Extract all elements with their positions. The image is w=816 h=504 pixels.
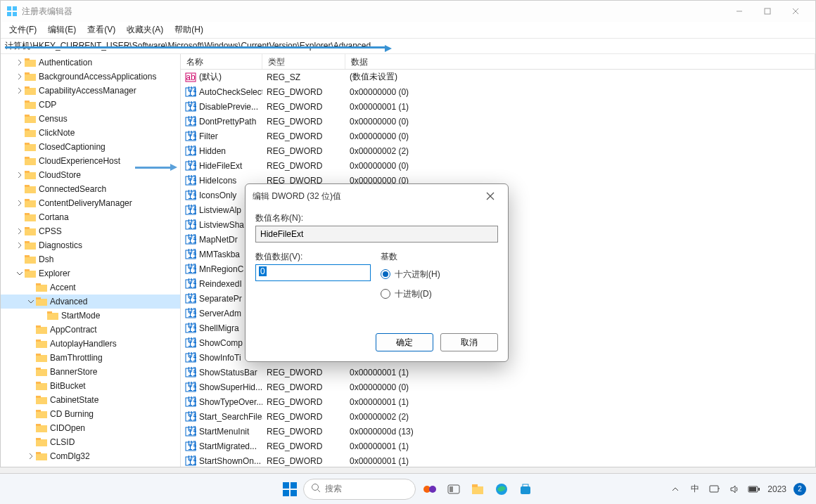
chevron-right-icon[interactable] (15, 198, 25, 208)
address-bar[interactable]: 计算机\HKEY_CURRENT_USER\Software\Microsoft… (1, 39, 815, 54)
list-row[interactable]: 011110Start_SearchFilesREG_DWORD0x000000… (181, 409, 815, 424)
column-name[interactable]: 名称 (181, 54, 262, 69)
tree-item[interactable]: Census (1, 112, 180, 126)
volume-icon[interactable] (728, 483, 741, 496)
tree-item[interactable]: BitBucket (1, 379, 180, 393)
battery-icon[interactable] (748, 483, 760, 496)
tree-item[interactable]: AppContract (1, 323, 180, 337)
tree-item[interactable]: Explorer (1, 266, 180, 280)
chevron-right-icon[interactable] (15, 58, 25, 67)
menu-item[interactable]: 文件(F) (4, 22, 42, 37)
tree-item[interactable]: CIDOpen (1, 421, 180, 435)
tree-item[interactable]: CDP (1, 98, 180, 112)
tree-item[interactable]: BackgroundAccessApplications (1, 70, 180, 84)
svg-text:110: 110 (188, 457, 196, 467)
network-icon[interactable] (708, 483, 721, 496)
cancel-button[interactable]: 取消 (440, 333, 498, 351)
reg-dword-icon: 011110 (185, 396, 196, 408)
list-row[interactable]: 011110AutoCheckSelectREG_DWORD0x00000000… (181, 84, 815, 99)
chevron-right-icon[interactable] (15, 72, 25, 82)
chevron-down-icon[interactable] (15, 269, 25, 278)
start-button[interactable] (281, 480, 299, 498)
tray-chevron-icon[interactable] (669, 483, 682, 496)
tree-item[interactable]: BannerStore (1, 365, 180, 379)
svg-rect-62 (36, 439, 47, 446)
value-data-input[interactable]: 0 (255, 264, 371, 281)
chevron-right-icon[interactable] (15, 240, 25, 250)
tree-item[interactable]: CabinetState (1, 393, 180, 407)
svg-rect-49 (36, 340, 41, 342)
taskbar-app-taskview[interactable] (444, 479, 464, 499)
chevron-right-icon[interactable] (26, 451, 36, 461)
taskbar-app-edge[interactable] (492, 479, 511, 499)
list-row[interactable]: 011110StartShownOn...REG_DWORD0x00000001… (181, 453, 815, 467)
maximize-button[interactable] (753, 1, 782, 22)
taskbar-app-explorer[interactable] (468, 479, 487, 499)
tree-item[interactable]: Diagnostics (1, 238, 180, 252)
svg-rect-54 (36, 383, 47, 390)
value-name-input[interactable] (255, 226, 498, 243)
tree-item[interactable]: CLSID (1, 435, 180, 449)
tree-item[interactable]: CD Burning (1, 407, 180, 421)
list-row[interactable]: 011110StartMenuInitREG_DWORD0x0000000d (… (181, 424, 815, 439)
taskbar-search[interactable]: 搜索 (303, 479, 416, 500)
column-data[interactable]: 数据 (345, 54, 815, 69)
folder-icon (36, 395, 47, 405)
svg-rect-17 (25, 115, 30, 117)
menu-item[interactable]: 收藏夹(A) (121, 22, 169, 37)
tree-item[interactable]: ConnectedSearch (1, 182, 180, 196)
taskbar-app-store[interactable] (516, 479, 535, 499)
chevron-right-icon[interactable] (15, 226, 25, 236)
list-row[interactable]: 011110DisablePrevie...REG_DWORD0x0000000… (181, 99, 815, 114)
list-row[interactable]: 011110ShowTypeOver...REG_DWORD0x00000001… (181, 394, 815, 409)
close-button[interactable] (782, 1, 810, 22)
menu-item[interactable]: 帮助(H) (169, 22, 209, 37)
list-row[interactable]: 011110ShowSuperHid...REG_DWORD0x00000000… (181, 380, 815, 394)
list-row[interactable]: 011110DontPrettyPathREG_DWORD0x00000000 … (181, 114, 815, 129)
tree-item[interactable]: ClickNote (1, 126, 180, 140)
chevron-right-icon[interactable] (15, 86, 25, 96)
column-type[interactable]: 类型 (262, 54, 345, 69)
folder-icon (25, 170, 36, 180)
svg-rect-36 (25, 257, 36, 264)
chevron-right-icon[interactable] (15, 170, 25, 180)
tree-item[interactable]: ClosedCaptioning (1, 140, 180, 154)
list-row[interactable]: 011110HiddenREG_DWORD0x00000002 (2) (181, 143, 815, 158)
ime-indicator[interactable]: 中 (689, 483, 701, 496)
radio-dec[interactable]: 十进制(D) (381, 284, 498, 304)
list-row[interactable]: 011110ShowStatusBarREG_DWORD0x00000001 (… (181, 365, 815, 380)
menu-item[interactable]: 查看(V) (82, 22, 121, 37)
list-row[interactable]: 011110HideFileExtREG_DWORD0x00000000 (0) (181, 158, 815, 173)
tree-item[interactable]: Authentication (1, 56, 180, 70)
tree-item[interactable]: StartMode (1, 309, 180, 323)
folder-icon (36, 339, 47, 349)
svg-text:110: 110 (188, 88, 196, 98)
list-row[interactable]: ab(默认)REG_SZ(数值未设置) (181, 70, 815, 84)
tree-item[interactable]: AutoplayHandlers (1, 337, 180, 351)
tree-item[interactable]: Accent (1, 280, 180, 295)
clock-year[interactable]: 2023 (767, 484, 786, 494)
tree-item-label: CabinetState (50, 395, 98, 405)
folder-icon (36, 381, 47, 391)
tree-view[interactable]: AuthenticationBackgroundAccessApplicatio… (1, 54, 181, 467)
tree-item[interactable]: ComDlg32 (1, 449, 180, 463)
tree-item[interactable]: Advanced (1, 295, 180, 309)
menu-item[interactable]: 编辑(E) (42, 22, 82, 37)
taskbar-app-1[interactable] (420, 479, 440, 499)
tree-item[interactable]: ContentDeliveryManager (1, 196, 180, 210)
tree-item[interactable]: Cortana (1, 210, 180, 224)
tree-item[interactable]: CapabilityAccessManager (1, 84, 180, 98)
tree-item[interactable]: CPSS (1, 224, 180, 238)
reg-dword-icon: 011110 (185, 219, 196, 231)
notification-badge[interactable]: 2 (793, 483, 806, 496)
radio-hex[interactable]: 十六进制(H) (381, 264, 498, 284)
chevron-down-icon[interactable] (26, 297, 36, 306)
tree-item[interactable]: BamThrottling (1, 351, 180, 365)
ok-button[interactable]: 确定 (376, 333, 433, 351)
tree-item-label: BackgroundAccessApplications (39, 72, 156, 82)
tree-item[interactable]: Dsh (1, 252, 180, 266)
list-row[interactable]: 011110FilterREG_DWORD0x00000000 (0) (181, 129, 815, 143)
minimize-button[interactable] (725, 1, 753, 22)
dialog-close-button[interactable] (480, 186, 501, 207)
list-row[interactable]: 011110StartMigrated...REG_DWORD0x0000000… (181, 439, 815, 453)
